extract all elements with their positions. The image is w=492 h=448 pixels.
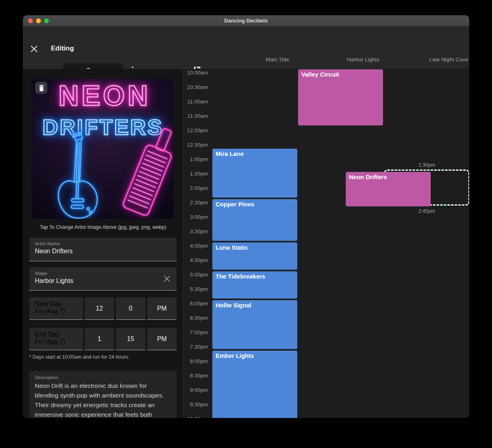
stage-column-header-harbor-lights: Harbor Lights <box>320 57 406 63</box>
end-day-picker[interactable]: End Day Fri (Aug 7) <box>29 328 83 350</box>
artist-name-value: Neon Drifters <box>35 248 171 255</box>
day-hours-note: * Days start at 10:00am and run for 24 h… <box>29 354 129 360</box>
time-label: 9:30pm <box>183 402 208 408</box>
stage-value: Harbor Lights <box>35 277 171 285</box>
time-label: 2:00pm <box>183 185 208 191</box>
trash-icon <box>38 85 44 91</box>
app-window: Dancing Decibels Editing Save <box>23 15 469 418</box>
event-block-hollw-signal[interactable]: Hollw Signal <box>212 300 297 349</box>
time-label: 3:30pm <box>183 228 208 234</box>
start-day-picker[interactable]: Start Day Fri (Aug 7) <box>29 297 83 320</box>
time-label: 1:00pm <box>183 156 208 162</box>
artwork-title-line1: NEON <box>58 80 151 111</box>
artist-form-panel: NEON DRIFTERS <box>23 69 183 418</box>
desktop: Dancing Decibels Editing Save <box>0 0 492 448</box>
traffic-lights <box>28 18 49 23</box>
drop-end-time-label: 2:45pm <box>384 208 469 214</box>
end-minute-picker[interactable]: 15 <box>116 328 145 350</box>
artist-name-label: Artist Name <box>35 241 171 246</box>
editor-header: Editing Save Main TideHarbor LightsLate … <box>23 26 469 69</box>
window-title: Dancing Decibels <box>224 18 268 24</box>
zoom-window-button[interactable] <box>44 18 49 23</box>
stage-label: Stage <box>35 271 171 276</box>
time-label: 12:00pm <box>183 127 208 133</box>
time-label: 10:00am <box>183 70 208 76</box>
artist-name-field[interactable]: Artist Name Neon Drifters <box>29 238 177 261</box>
description-label: Description <box>35 375 171 380</box>
time-label: 7:30pm <box>183 344 208 350</box>
artwork-title-line2: DRIFTERS <box>42 115 163 139</box>
time-label: 11:30am <box>183 113 208 119</box>
image-caption: Tap To Change Artist Image Above (jpg, j… <box>23 224 183 230</box>
time-label: 10:00pm <box>183 416 208 418</box>
end-hour-picker[interactable]: 1 <box>85 328 114 350</box>
end-day-value: Fri (Aug 7) <box>35 338 83 345</box>
end-day-label: End Day <box>35 331 83 338</box>
time-label: 8:00pm <box>183 358 208 364</box>
time-label: 4:30pm <box>183 257 208 263</box>
delete-image-button[interactable] <box>35 82 47 94</box>
time-label: 9:00pm <box>183 387 208 393</box>
stage-column-header-main-tide: Main Tide <box>234 57 320 63</box>
minimize-window-button[interactable] <box>36 18 41 23</box>
time-label: 2:30pm <box>183 200 208 206</box>
event-block-ember-lights[interactable]: Ember Lights <box>212 351 297 418</box>
description-field[interactable]: Description Neon Drift is an electronic … <box>29 371 177 418</box>
time-label: 11:00am <box>183 99 208 105</box>
event-block-the-tidebreakers[interactable]: The Tidebreakers <box>212 271 297 299</box>
time-label: 8:30pm <box>183 373 208 379</box>
time-label: 3:00pm <box>183 214 208 220</box>
time-label: 6:30pm <box>183 315 208 321</box>
stage-field[interactable]: Stage Harbor Lights <box>29 267 177 291</box>
stage-column-header-late-night-cove: Late Night Cove <box>406 57 469 63</box>
time-label: 1:30pm <box>183 171 208 177</box>
start-meridiem-picker[interactable]: PM <box>147 297 177 320</box>
close-window-button[interactable] <box>28 18 33 23</box>
schedule-grid: 1:30pm 2:45pm Neon Drifters 10:00am10:30… <box>183 69 469 418</box>
end-meridiem-picker[interactable]: PM <box>147 328 177 350</box>
time-label: 6:00pm <box>183 301 208 307</box>
artist-image[interactable]: NEON DRIFTERS <box>32 79 173 219</box>
time-label: 10:30am <box>183 84 208 90</box>
start-time-row: Start Day Fri (Aug 7) 12 0 PM <box>29 297 177 320</box>
start-day-label: Start Day <box>35 301 83 308</box>
drop-start-time-label: 1:30pm <box>384 162 469 168</box>
time-label: 5:00pm <box>183 272 208 278</box>
event-block-luna-static[interactable]: Luna Static <box>212 242 297 270</box>
start-minute-picker[interactable]: 0 <box>116 297 145 320</box>
close-editor-icon[interactable] <box>30 45 38 53</box>
start-day-value: Fri (Aug 7) <box>35 308 83 315</box>
dragged-event-neon-drifters[interactable]: Neon Drifters <box>346 172 431 206</box>
clear-stage-icon[interactable] <box>163 275 170 282</box>
time-label: 4:00pm <box>183 243 208 249</box>
time-label: 7:00pm <box>183 329 208 335</box>
event-block-valley-circuit[interactable]: Valley Circuit <box>298 69 383 125</box>
titlebar: Dancing Decibels <box>23 15 469 26</box>
event-block-copper-pines[interactable]: Copper Pines <box>212 199 297 241</box>
event-block-mira-lane[interactable]: Mira Lane <box>212 149 297 198</box>
time-label: 12:30pm <box>183 142 208 148</box>
start-hour-picker[interactable]: 12 <box>85 297 114 320</box>
time-label: 5:30pm <box>183 286 208 292</box>
description-value: Neon Drift is an electronic duo known fo… <box>35 381 171 418</box>
editor-body: NEON DRIFTERS <box>23 69 469 418</box>
end-time-row: End Day Fri (Aug 7) 1 15 PM <box>29 328 177 350</box>
page-title: Editing <box>51 44 74 52</box>
